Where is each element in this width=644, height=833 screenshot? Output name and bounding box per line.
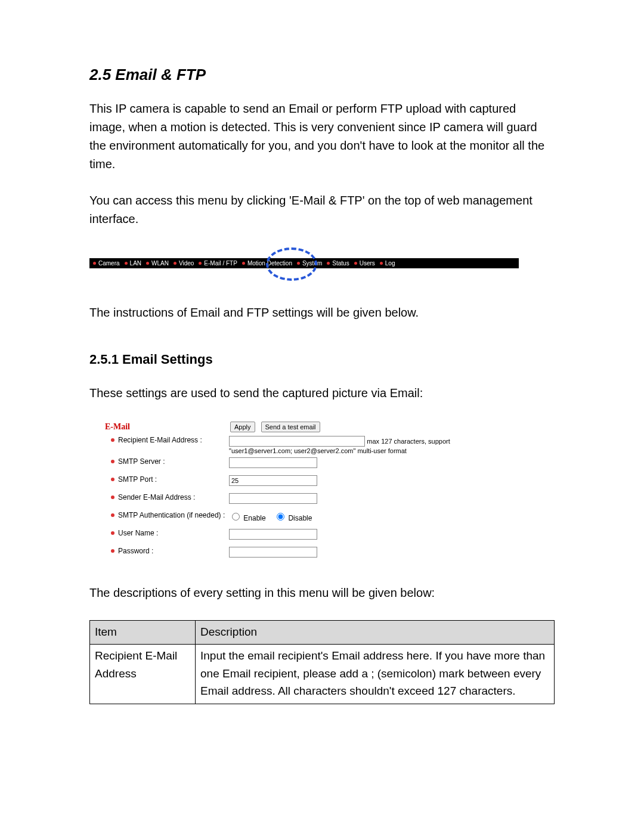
nav-label: LAN — [130, 260, 141, 267]
bullet-icon — [111, 460, 114, 463]
recipient-hint-2: "user1@server1.com; user2@server2.com" m… — [229, 447, 407, 454]
nav-item-users[interactable]: Users — [354, 260, 375, 267]
nav-label: Log — [385, 260, 395, 267]
password-label: Password : — [104, 547, 229, 555]
bullet-icon — [111, 531, 114, 535]
form-header-row: E-Mail Apply Send a test email — [104, 420, 473, 433]
bullet-icon — [111, 513, 114, 517]
username-label: User Name : — [104, 529, 229, 537]
bullet-icon — [174, 262, 177, 265]
sender-label: Sender E-Mail Address : — [104, 493, 229, 501]
bullet-icon — [354, 262, 357, 265]
nav-label: Motion Detection — [247, 260, 292, 267]
nav-label: WLAN — [151, 260, 169, 267]
nav-item-log[interactable]: Log — [380, 260, 395, 267]
bullet-icon — [111, 478, 114, 481]
bullet-icon — [111, 438, 114, 442]
username-row: User Name : — [104, 527, 473, 544]
nav-label: Users — [360, 260, 375, 267]
send-test-email-button[interactable]: Send a test email — [261, 422, 320, 432]
intro-paragraph-1: This IP camera is capable to send an Ema… — [89, 100, 555, 174]
bullet-icon — [242, 262, 245, 265]
auth-radio-group: Enable Disable — [229, 511, 473, 522]
recipient-input[interactable] — [229, 436, 365, 447]
sender-input[interactable] — [229, 493, 317, 504]
radio-label-text: Enable — [243, 514, 265, 522]
recipient-label: Recipient E-Mail Address : — [104, 436, 229, 444]
smtp-port-input[interactable] — [229, 475, 317, 486]
bullet-icon — [111, 496, 114, 499]
nav-label: E-Mail / FTP — [204, 260, 237, 267]
label-text: SMTP Authentication (if needed) : — [118, 511, 225, 519]
auth-row: SMTP Authentication (if needed) : Enable… — [104, 509, 473, 527]
nav-label: System — [302, 260, 322, 267]
label-text: SMTP Server : — [118, 457, 165, 466]
cell-description: Input the email recipient's Email addres… — [196, 645, 555, 704]
bullet-icon — [380, 262, 383, 265]
recipient-row: Recipient E-Mail Address : max 127 chara… — [104, 433, 473, 455]
bullet-icon — [125, 262, 128, 265]
label-text: Recipient E-Mail Address : — [118, 436, 202, 444]
header-item: Item — [90, 621, 196, 645]
apply-button[interactable]: Apply — [230, 422, 255, 432]
nav-item-camera[interactable]: Camera — [93, 260, 120, 267]
nav-item-system[interactable]: System — [297, 260, 322, 267]
auth-enable-radio[interactable] — [232, 513, 240, 521]
bullet-icon — [327, 262, 330, 265]
smtp-port-row: SMTP Port : — [104, 473, 473, 491]
smtp-server-input[interactable] — [229, 457, 317, 468]
recipient-field: max 127 characters, support "user1@serve… — [229, 436, 473, 455]
document-page: 2.5 Email & FTP This IP camera is capabl… — [0, 0, 644, 833]
table-row: Recipient E-Mail Address Input the email… — [90, 645, 555, 704]
instructions-line: The instructions of Email and FTP settin… — [89, 304, 555, 322]
smtp-server-label: SMTP Server : — [104, 457, 229, 466]
nav-item-lan[interactable]: LAN — [125, 260, 141, 267]
label-text: Sender E-Mail Address : — [118, 493, 195, 501]
bullet-icon — [146, 262, 149, 265]
nav-item-motion-detection[interactable]: Motion Detection — [242, 260, 292, 267]
label-text: Password : — [118, 547, 153, 555]
smtp-port-label: SMTP Port : — [104, 475, 229, 484]
radio-label-text: Disable — [288, 514, 312, 522]
username-input[interactable] — [229, 529, 317, 540]
nav-item-status[interactable]: Status — [327, 260, 349, 267]
camera-navbar: Camera LAN WLAN Video E-Mail / FTP Motio… — [89, 258, 519, 268]
intro-paragraph-2: You can access this menu by clicking 'E-… — [89, 191, 555, 228]
password-input[interactable] — [229, 547, 317, 558]
bullet-icon — [199, 262, 202, 265]
auth-disable-option[interactable]: Disable — [274, 514, 312, 522]
table-header-row: Item Description — [90, 621, 555, 645]
subsection-intro: These settings are used to send the capt… — [89, 384, 555, 402]
recipient-hint-1: max 127 characters, support — [367, 438, 450, 445]
nav-label: Status — [332, 260, 349, 267]
navbar-figure: Camera LAN WLAN Video E-Mail / FTP Motio… — [89, 246, 519, 282]
sender-row: Sender E-Mail Address : — [104, 491, 473, 509]
bullet-icon — [93, 262, 96, 265]
description-table: Item Description Recipient E-Mail Addres… — [89, 620, 555, 704]
panel-title: E-Mail — [104, 422, 230, 432]
auth-enable-option[interactable]: Enable — [229, 514, 268, 522]
bullet-icon — [297, 262, 300, 265]
nav-item-email-ftp[interactable]: E-Mail / FTP — [199, 260, 237, 267]
label-text: SMTP Port : — [118, 475, 157, 484]
section-heading: 2.5 Email & FTP — [89, 66, 555, 84]
smtp-server-row: SMTP Server : — [104, 455, 473, 473]
header-description: Description — [196, 621, 555, 645]
nav-item-wlan[interactable]: WLAN — [146, 260, 169, 267]
table-intro: The descriptions of every setting in thi… — [89, 584, 555, 602]
label-text: User Name : — [118, 529, 158, 537]
bullet-icon — [111, 549, 114, 553]
auth-label: SMTP Authentication (if needed) : — [104, 511, 229, 519]
cell-item: Recipient E-Mail Address — [90, 645, 196, 704]
email-settings-form: E-Mail Apply Send a test email Recipient… — [104, 420, 473, 562]
nav-label: Camera — [98, 260, 120, 267]
nav-label: Video — [179, 260, 194, 267]
auth-disable-radio[interactable] — [277, 513, 284, 521]
subsection-heading: 2.5.1 Email Settings — [89, 352, 555, 367]
nav-item-video[interactable]: Video — [174, 260, 194, 267]
password-row: Password : — [104, 544, 473, 562]
